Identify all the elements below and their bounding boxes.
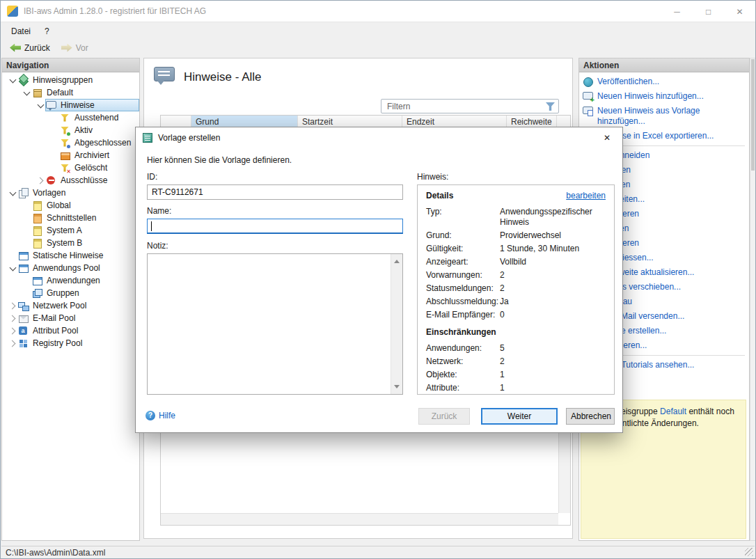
menu-help[interactable]: ? [38,24,56,38]
tree-item-anwendungs-pool[interactable]: Anwendungs Pool [2,262,139,274]
right-scrollbar-thumb[interactable] [751,59,755,171]
name-input[interactable] [147,219,403,234]
add-hint-template-icon [583,106,593,116]
tree-item-system-a[interactable]: System A [2,224,139,237]
detail-row-grund: Grund:Providerwechsel [426,230,606,241]
scroll-down-icon[interactable] [394,385,400,391]
chevron-spacer [22,276,31,285]
tree-item-ausschlüsse[interactable]: Ausschlüsse [2,174,139,187]
titlebar: IBI-aws Admin 1.28.0 - registriert für I… [1,1,755,22]
detail-label: Abschlussmeldung: [426,297,500,307]
bearbeiten-link[interactable]: bearbeiten [566,191,606,200]
toolbar: Zurück Vor [1,39,755,56]
detail-value: Anwendungsspezifischer Hinweis [500,207,606,228]
weiter-button[interactable]: Weiter [481,408,558,425]
network-pool-icon [18,301,29,311]
collapsed-chevron-icon[interactable] [36,175,45,185]
tree-item-registry-pool[interactable]: Registry Pool [2,337,139,349]
app-icon [7,6,18,17]
tree-item-label: Statische Hinweise [31,251,105,260]
detail-row-netzwerk: Netzwerk:2 [426,356,606,367]
tree-item-attribut-pool[interactable]: Attribut Pool [2,324,139,337]
help-link[interactable]: Hilfe [145,411,175,420]
detail-label: Statusmeldungen: [426,283,500,294]
detail-label: Objekte: [426,370,500,380]
detail-label: Gültigkeit: [426,244,500,254]
filter-input[interactable] [381,100,542,113]
status-path: C:\IBI-aws\Admin\Data.xml [6,548,105,558]
action-neuen-hinweis-aus-vorlage-hinzufügen[interactable]: Neuen Hinweis aus Vorlage hinzufügen... [579,104,749,129]
dialog-close-button[interactable]: ✕ [592,127,622,148]
tree-item-gelöscht[interactable]: Gelöscht [2,162,139,174]
tree-item-e-mail-pool[interactable]: E-Mail Pool [2,312,139,324]
tree-item-ausstehend[interactable]: Ausstehend [2,111,139,124]
filter-deleted-icon [60,163,70,173]
minimize-button[interactable]: ─ [661,1,693,22]
expanded-chevron-icon[interactable] [8,263,17,273]
collapsed-chevron-icon[interactable] [8,326,17,336]
help-icon [145,411,155,420]
action-veröffentlichen[interactable]: Veröffentlichen... [579,74,749,89]
dialog-footer: Hilfe Zurück Weiter Abbrechen [136,404,622,432]
tree-item-label: System B [45,238,84,248]
scroll-up-icon[interactable] [394,257,400,263]
tree-item-anwendungen[interactable]: Anwendungen [2,274,139,287]
tree-item-schnittstellen[interactable]: Schnittstellen [2,212,139,224]
collapsed-chevron-icon[interactable] [8,313,17,323]
expanded-chevron-icon[interactable] [8,188,17,198]
tree-item-gruppen[interactable]: Gruppen [2,287,139,299]
tree-item-hinweisgruppen[interactable]: Hinweisgruppen [2,74,139,86]
dialog-title: Vorlage erstellen [158,133,220,143]
expanded-chevron-icon[interactable] [8,75,17,85]
chevron-spacer [8,251,17,260]
back-button[interactable]: Zurück [4,41,56,55]
right-scrollbar[interactable] [750,58,756,541]
tree-item-aktiv[interactable]: Aktiv [2,124,139,136]
detail-label: Typ: [426,207,500,228]
notiz-scrollbar[interactable] [391,254,402,394]
tree-item-hinweise[interactable]: Hinweise [2,99,139,111]
tree-item-system-b[interactable]: System B [2,237,139,249]
dialog-titlebar: Vorlage erstellen ✕ [136,127,622,148]
tree-item-netzwerk-pool[interactable]: Netzwerk Pool [2,299,139,312]
maximize-button[interactable]: □ [693,1,724,22]
abbrechen-button[interactable]: Abbrechen [566,408,615,425]
chevron-spacer [49,163,59,173]
tree-item-abgeschlossen[interactable]: Abgeschlossen [2,136,139,149]
chevron-spacer [49,113,59,123]
detail-label: Anwendungen: [426,343,500,354]
detail-row-objekte: Objekte:1 [426,370,606,380]
detail-label: Attribute: [426,383,500,393]
tree-item-global[interactable]: Global [2,199,139,212]
tree-item-default[interactable]: Default [2,86,139,99]
tree-item-label: Hinweisgruppen [31,75,95,85]
navigation-header: Navigation [2,58,139,72]
close-button[interactable]: ✕ [724,1,755,22]
vorlage-erstellen-dialog: Vorlage erstellen ✕ Hier können Sie die … [135,127,623,433]
menu-datei[interactable]: Datei [4,24,38,38]
id-input[interactable] [147,184,403,200]
tree-item-label: Archiviert [72,150,111,160]
tree-item-vorlagen[interactable]: Vorlagen [2,187,139,199]
tree-item-archiviert[interactable]: Archiviert [2,149,139,162]
details-box: Details bearbeiten Typ:Anwendungsspezifi… [417,184,615,395]
hinweis-label: Hinweis: [417,172,448,182]
detail-row-abschlussmeldung: Abschlussmeldung:Ja [426,297,606,307]
collapsed-chevron-icon[interactable] [8,301,17,310]
table-horizontal-scrollbar[interactable] [161,513,558,525]
expanded-chevron-icon[interactable] [36,100,45,110]
forward-button[interactable]: Vor [56,41,94,55]
note-default-link[interactable]: Default [660,407,686,416]
tree-item-statische-hinweise[interactable]: Statische Hinweise [2,249,139,262]
page-title: Hinweise - Alle [184,70,262,84]
actions-header: Aktionen [579,58,749,72]
zurueck-button[interactable]: Zurück [418,408,470,425]
filter-funnel-icon[interactable] [546,102,555,111]
action-neuen-hinweis-hinzufügen[interactable]: Neuen Hinweis hinzufügen... [579,89,749,104]
notiz-textarea[interactable] [147,253,403,395]
collapsed-chevron-icon[interactable] [8,338,17,348]
expanded-chevron-icon[interactable] [22,88,31,97]
tree-item-label: Gelöscht [72,163,109,173]
detail-row-e-mail-empfänger: E-Mail Empfänger:0 [426,310,606,320]
resize-grip[interactable] [745,548,753,556]
